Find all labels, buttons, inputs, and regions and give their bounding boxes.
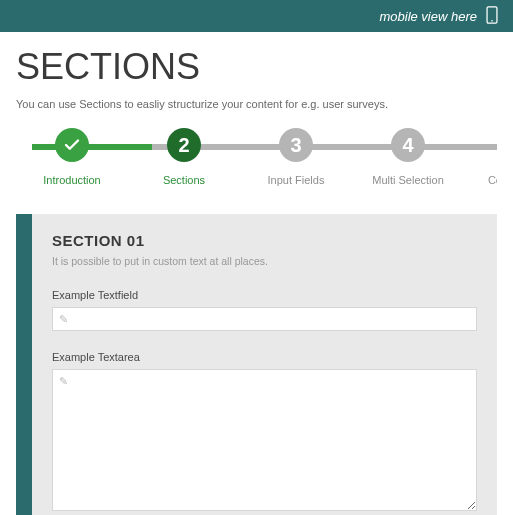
step-conditional[interactable]: 5 Conditional .. bbox=[464, 128, 497, 186]
check-icon bbox=[55, 128, 89, 162]
field-textfield: Example Textfield ✎ bbox=[52, 289, 477, 331]
field-textarea: Example Textarea ✎ bbox=[52, 351, 477, 511]
page-title: SECTIONS bbox=[16, 46, 497, 88]
section-heading: SECTION 01 bbox=[52, 232, 477, 249]
step-multi-selection[interactable]: 4 Multi Selection bbox=[352, 128, 464, 186]
example-textfield-input[interactable] bbox=[53, 308, 476, 330]
field-label: Example Textfield bbox=[52, 289, 477, 301]
step-sections[interactable]: 2 Sections bbox=[128, 128, 240, 186]
step-label: Sections bbox=[128, 174, 240, 186]
mobile-view-label: mobile view here bbox=[379, 9, 477, 24]
mobile-icon[interactable] bbox=[485, 6, 499, 27]
textfield-wrap: ✎ bbox=[52, 307, 477, 331]
page-desc: You can use Sections to easliy structuri… bbox=[16, 98, 497, 110]
topbar: mobile view here bbox=[0, 0, 513, 32]
section-sub: It is possible to put in custom text at … bbox=[52, 255, 477, 267]
svg-point-1 bbox=[491, 20, 493, 22]
example-textarea-input[interactable] bbox=[53, 370, 476, 510]
step-label: Introduction bbox=[16, 174, 128, 186]
step-input-fields[interactable]: 3 Input Fields bbox=[240, 128, 352, 186]
section-card: SECTION 01 It is possible to put in cust… bbox=[16, 214, 497, 515]
step-label: Multi Selection bbox=[352, 174, 464, 186]
stepper: Introduction 2 Sections 3 Input Fields 4… bbox=[16, 128, 497, 186]
step-number: 4 bbox=[391, 128, 425, 162]
field-label: Example Textarea bbox=[52, 351, 477, 363]
step-label: Conditional .. bbox=[464, 174, 497, 186]
step-introduction[interactable]: Introduction bbox=[16, 128, 128, 186]
textarea-wrap: ✎ bbox=[52, 369, 477, 511]
step-number: 2 bbox=[167, 128, 201, 162]
step-number: 3 bbox=[279, 128, 313, 162]
step-label: Input Fields bbox=[240, 174, 352, 186]
